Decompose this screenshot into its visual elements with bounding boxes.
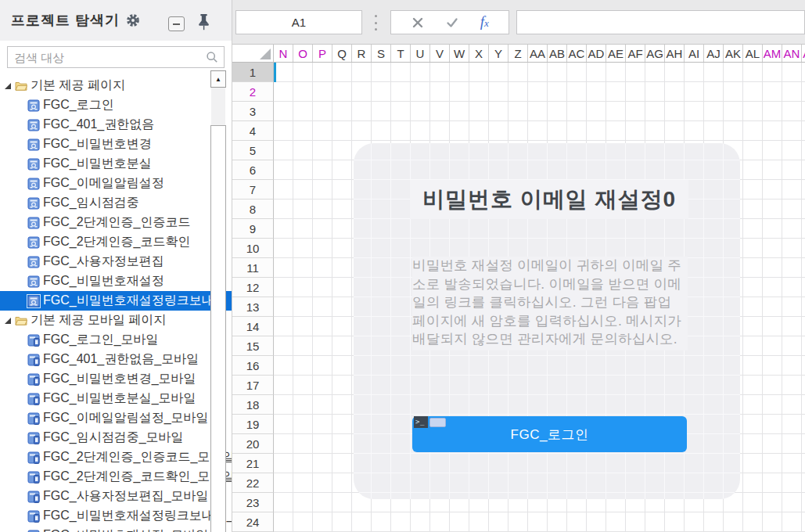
column-header-W[interactable]: W (450, 45, 469, 63)
tree-item[interactable]: FGC_비밀번호재설정링크보내기_모바일 (0, 506, 232, 526)
tree-item[interactable]: FGC_2단계인증_인증코드 (0, 213, 232, 232)
confirm-check-icon[interactable] (445, 16, 459, 30)
tree-item[interactable]: FGC_비밀번호재설정링크보내기 (0, 291, 232, 311)
form-preview-card[interactable]: 비밀번호 이메일 재설정0 비밀번호 재설정 이메일이 귀하의 이메일 주소로 … (354, 143, 740, 499)
column-header-V[interactable]: V (430, 45, 450, 63)
row-header-14[interactable]: 14 (232, 317, 274, 336)
row-header-1[interactable]: 1 (232, 63, 274, 82)
form-title[interactable]: 비밀번호 이메일 재설정0 (410, 180, 688, 219)
tree-folder[interactable]: 기본 제공 페이지 (0, 76, 232, 95)
column-header-AL[interactable]: AL (743, 45, 763, 63)
row-header-9[interactable]: 9 (232, 219, 274, 239)
column-header-U[interactable]: U (411, 45, 430, 63)
login-link-button[interactable]: >_ FGC_로그인 (412, 416, 687, 452)
tree-item[interactable]: FGC_401_권한없음_모바일 (0, 350, 232, 369)
column-header-N[interactable]: N (274, 45, 293, 63)
expander-icon[interactable] (5, 318, 11, 324)
column-header-AD[interactable]: AD (587, 45, 606, 63)
cancel-icon[interactable] (411, 16, 425, 30)
column-header-AK[interactable]: AK (724, 45, 743, 63)
column-header-R[interactable]: R (352, 45, 372, 63)
column-header-AI[interactable]: AI (685, 45, 704, 63)
function-fx-icon[interactable]: fx (480, 15, 489, 31)
row-header-3[interactable]: 3 (232, 102, 274, 121)
search-icon[interactable] (206, 51, 218, 63)
expander-icon[interactable] (5, 83, 11, 89)
formula-input[interactable] (517, 11, 804, 34)
column-header-AJ[interactable]: AJ (704, 45, 724, 63)
tree-item[interactable]: FGC_2단계인증_코드확인 (0, 232, 232, 252)
mobile-page-icon (27, 354, 40, 366)
tree-item[interactable]: FGC_로그인_모바일 (0, 330, 232, 350)
scrollbar-up-button[interactable]: ▲ (210, 70, 226, 88)
column-header-Y[interactable]: Y (489, 45, 509, 63)
tree-item[interactable]: FGC_비밀번호재설정 (0, 271, 232, 291)
row-header-19[interactable]: 19 (232, 415, 274, 434)
column-header-AN[interactable]: AN (782, 45, 802, 63)
column-header-AC[interactable]: AC (567, 45, 587, 63)
row-header-8[interactable]: 8 (232, 200, 274, 219)
column-header-AM[interactable]: AM (763, 45, 782, 63)
scrollbar-thumb[interactable] (210, 125, 226, 532)
row-header-7[interactable]: 7 (232, 180, 274, 200)
tree-item[interactable]: FGC_비밀번호분실 (0, 154, 232, 174)
tree-item[interactable]: FGC_이메일알림설정_모바일 (0, 408, 232, 428)
row-header-15[interactable]: 15 (232, 336, 274, 356)
row-header-20[interactable]: 20 (232, 434, 274, 454)
column-header-AA[interactable]: AA (528, 45, 548, 63)
row-header-23[interactable]: 23 (232, 493, 274, 512)
tree-item[interactable]: FGC_임시점검중 (0, 193, 232, 213)
row-header-21[interactable]: 21 (232, 454, 274, 473)
select-all-corner[interactable] (232, 45, 274, 63)
row-header-17[interactable]: 17 (232, 376, 274, 395)
row-header-10[interactable]: 10 (232, 239, 274, 258)
page-icon (27, 236, 40, 249)
tree-item[interactable]: FGC_2단계인증_인증코드_모바일 (0, 448, 232, 467)
panel-collapse-button[interactable] (168, 16, 185, 31)
tree-item[interactable]: FGC_사용자정보편집_모바일 (0, 487, 232, 506)
tree-item[interactable]: FGC_임시점검중_모바일 (0, 428, 232, 448)
tree-item[interactable]: FGC_이메일알림설정 (0, 174, 232, 193)
column-header-O[interactable]: O (293, 45, 313, 63)
column-header-X[interactable]: X (469, 45, 489, 63)
row-header-22[interactable]: 22 (232, 473, 274, 493)
cell-name-box[interactable]: A1 (235, 10, 362, 34)
tree-item[interactable]: FGC_비밀번호분실_모바일 (0, 389, 232, 408)
gear-icon[interactable] (126, 13, 140, 27)
row-header-4[interactable]: 4 (232, 121, 274, 141)
tree-item[interactable]: FGC_비밀번호변경 (0, 135, 232, 154)
row-header-13[interactable]: 13 (232, 297, 274, 317)
column-header-Z[interactable]: Z (509, 45, 528, 63)
tree-item[interactable]: FGC_사용자정보편집 (0, 252, 232, 271)
tree-item[interactable]: FGC_401_권한없음 (0, 115, 232, 135)
row-header-12[interactable]: 12 (232, 278, 274, 297)
row-header-24[interactable]: 24 (232, 512, 274, 532)
pin-icon[interactable] (196, 13, 211, 31)
row-header-16[interactable]: 16 (232, 356, 274, 376)
column-header-AF[interactable]: AF (626, 45, 645, 63)
cell-selection-bar (274, 63, 276, 82)
row-header-2[interactable]: 2 (232, 82, 274, 102)
row-header-18[interactable]: 18 (232, 395, 274, 415)
form-description[interactable]: 비밀번호 재설정 이메일이 귀하의 이메일 주소로 발송되었습니다. 이메일을 … (412, 257, 688, 350)
tree-folder[interactable]: 기본 제공 모바일 페이지 (0, 311, 232, 330)
column-header-AH[interactable]: AH (665, 45, 685, 63)
column-header-P[interactable]: P (313, 45, 332, 63)
column-header-AO[interactable]: AO (802, 45, 805, 63)
grid-cells-area[interactable]: 비밀번호 이메일 재설정0 비밀번호 재설정 이메일이 귀하의 이메일 주소로 … (274, 63, 805, 532)
search-input[interactable] (8, 51, 206, 64)
row-header-5[interactable]: 5 (232, 141, 274, 160)
tree-item[interactable]: FGC_로그인 (0, 95, 232, 115)
column-header-Q[interactable]: Q (332, 45, 352, 63)
column-header-T[interactable]: T (391, 45, 411, 63)
tree-item[interactable]: FGC_비밀번호재설정_모바일 (0, 526, 232, 532)
row-header-11[interactable]: 11 (232, 258, 274, 278)
tree-item[interactable]: FGC_비밀번호변경_모바일 (0, 369, 232, 389)
tree-item[interactable]: FGC_2단계인증_코드확인_모바일 (0, 467, 232, 487)
row-header-6[interactable]: 6 (232, 160, 274, 180)
tree-item-label: FGC_비밀번호재설정_모바일 (43, 527, 209, 532)
column-header-AB[interactable]: AB (548, 45, 567, 63)
column-header-AE[interactable]: AE (606, 45, 626, 63)
column-header-S[interactable]: S (372, 45, 391, 63)
column-header-AG[interactable]: AG (645, 45, 665, 63)
